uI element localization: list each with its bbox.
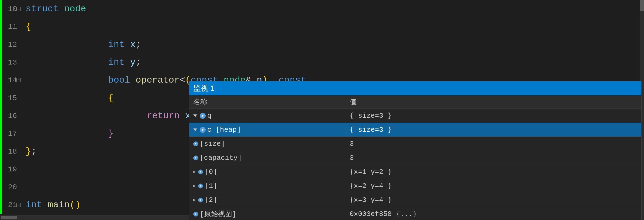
code-content-10: struct node — [20, 0, 644, 18]
expand-c-heap-icon[interactable] — [193, 128, 197, 131]
watch-row-idx0[interactable]: ● [0] {x=1 y=2 } — [189, 165, 641, 179]
watch-row-c-heap[interactable]: ● c [heap] { size=3 } — [189, 123, 641, 137]
line-number-14: 14 □ — [0, 71, 20, 89]
green-bar-13 — [0, 53, 2, 71]
db-icon-orig-c: ● — [193, 212, 198, 216]
watch-row-idx2[interactable]: ● [2] {x=3 y=4 } — [189, 193, 641, 207]
row-name-capacity: ● [capacity] — [189, 151, 345, 165]
green-bar-11 — [0, 18, 2, 36]
green-bar-21 — [0, 196, 2, 214]
green-bar-20 — [0, 178, 2, 196]
db-icon-q: ● — [200, 113, 206, 119]
row-value-idx0: {x=1 y=2 } — [345, 168, 641, 176]
scrollbar-thumb[interactable] — [1, 216, 17, 219]
green-bar-12 — [0, 36, 2, 53]
watch-row-orig-c[interactable]: ● [原始视图] 0x003ef858 {...} — [189, 207, 641, 220]
watch-panel-title: 监视 1 — [193, 83, 215, 93]
collapse-21[interactable]: □ — [16, 203, 21, 207]
code-content-11: { — [20, 18, 644, 36]
code-content-12: int x; — [20, 36, 644, 53]
collapse-10[interactable]: □ — [16, 7, 21, 11]
line-number-13: 13 — [0, 53, 20, 71]
line-number-17: 17 — [0, 125, 20, 143]
collapse-14[interactable]: □ — [16, 78, 21, 82]
watch-row-idx1[interactable]: ● [1] {x=2 y=4 } — [189, 179, 641, 193]
row-value-c-heap: { size=3 } — [345, 126, 641, 134]
code-content-13: int y; — [20, 53, 644, 71]
row-name-size: ● [size] — [189, 137, 345, 151]
green-bar-17 — [0, 125, 2, 143]
db-icon-idx0: ● — [198, 170, 203, 174]
row-name-q[interactable]: ● q — [189, 109, 345, 123]
row-name-idx2[interactable]: ● [2] — [189, 193, 345, 207]
watch-panel-header: 监视 1 — [189, 81, 641, 95]
expand-idx0-icon[interactable] — [193, 171, 195, 173]
row-value-idx1: {x=2 y=4 } — [345, 182, 641, 190]
green-bar-16 — [0, 107, 2, 125]
line-number-21: 21 □ — [0, 196, 20, 214]
watch-panel-columns: 名称 值 — [189, 95, 641, 109]
column-name: 名称 — [189, 97, 345, 107]
scrollbar-thumb-right[interactable] — [640, 0, 644, 11]
green-bar-19 — [0, 160, 2, 178]
row-value-q: { size=3 } — [345, 112, 641, 120]
db-icon-idx1: ● — [198, 184, 203, 188]
watch-row-q[interactable]: ● q { size=3 } — [189, 109, 641, 123]
row-name-idx0[interactable]: ● [0] — [189, 165, 345, 179]
db-icon-size: ● — [193, 141, 198, 146]
green-bar-14 — [0, 71, 2, 89]
row-name-c-heap[interactable]: ● c [heap] — [189, 123, 345, 137]
row-value-size: 3 — [345, 140, 641, 148]
row-value-capacity: 3 — [345, 154, 641, 162]
line-number-10: 10 □ — [0, 0, 20, 18]
line-number-11: 11 — [0, 18, 20, 36]
db-icon-capacity: ● — [193, 155, 198, 160]
horizontal-scrollbar[interactable] — [0, 215, 189, 220]
row-name-idx1[interactable]: ● [1] — [189, 179, 345, 193]
line-number-15: 15 — [0, 89, 20, 107]
watch-panel: 监视 1 名称 值 ● q { size=3 } ● c [heap] { si… — [189, 81, 642, 220]
watch-row-capacity[interactable]: ● [capacity] 3 — [189, 151, 641, 165]
green-bar-15 — [0, 89, 2, 107]
code-line-10: 10 □ struct node — [0, 0, 644, 18]
expand-q-icon[interactable] — [193, 114, 197, 117]
green-bar-18 — [0, 143, 2, 160]
expand-idx1-icon[interactable] — [193, 185, 195, 187]
line-number-12: 12 — [0, 36, 20, 53]
watch-row-size[interactable]: ● [size] 3 — [189, 137, 641, 151]
line-number-18: 18 — [0, 143, 20, 160]
row-value-orig-c: 0x003ef858 {...} — [345, 210, 641, 218]
line-number-20: 20 — [0, 178, 20, 196]
db-icon-idx2: ● — [198, 198, 203, 202]
db-icon-c-heap: ● — [200, 127, 206, 133]
row-value-idx2: {x=3 y=4 } — [345, 196, 641, 204]
editor-area: 10 □ struct node 11 { 12 — [0, 0, 644, 220]
expand-idx2-icon[interactable] — [193, 199, 195, 201]
green-bar-10 — [0, 0, 2, 18]
line-number-19: 19 — [0, 160, 20, 178]
row-name-orig-c: ● [原始视图] — [189, 207, 345, 220]
column-value: 值 — [345, 97, 641, 107]
line-number-16: 16 — [0, 107, 20, 125]
